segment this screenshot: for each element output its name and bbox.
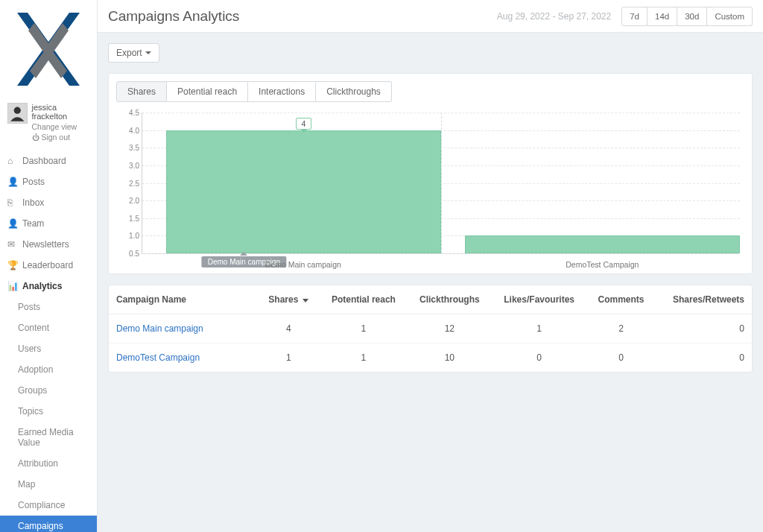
content: Export SharesPotential reachInteractions… xyxy=(98,33,763,383)
tab-shares[interactable]: Shares xyxy=(116,81,167,102)
chart-tabs: SharesPotential reachInteractionsClickth… xyxy=(116,81,744,102)
range-custom[interactable]: Custom xyxy=(707,7,753,26)
table-body: Demo Main campaign4112120DemoTest Campai… xyxy=(109,314,752,373)
y-tick: 4.5 xyxy=(121,109,139,117)
plot: 0.51.01.52.02.53.03.54.04.54Demo Main ca… xyxy=(142,113,740,254)
topbar: Campaigns Analytics Aug 29, 2022 - Sep 2… xyxy=(98,0,763,33)
subnav-item-campaigns[interactable]: Campaigns xyxy=(0,516,97,532)
svg-point-4 xyxy=(14,107,21,114)
cell: 1 xyxy=(258,343,320,373)
page-title: Campaigns Analytics xyxy=(108,8,239,25)
th-shares[interactable]: Shares xyxy=(258,285,320,314)
cell: 1 xyxy=(320,343,408,373)
export-label: Export xyxy=(116,48,142,58)
user-meta: jessica frackelton Change view ⏻ Sign ou… xyxy=(32,103,92,142)
chart-tab-row: SharesPotential reachInteractionsClickth… xyxy=(109,74,752,102)
subnav-item-users[interactable]: Users xyxy=(0,338,97,359)
subnav-item-groups[interactable]: Groups xyxy=(0,380,97,401)
sign-out-text: Sign out xyxy=(41,133,70,142)
grid-line xyxy=(142,113,740,113)
subnav-item-posts[interactable]: Posts xyxy=(0,297,97,317)
grid-line xyxy=(142,253,740,254)
main: Campaigns Analytics Aug 29, 2022 - Sep 2… xyxy=(98,0,763,532)
nav-item-analytics[interactable]: 📊Analytics xyxy=(0,276,97,297)
cell: 0 xyxy=(655,314,752,343)
tab-clickthroughs[interactable]: Clickthroughs xyxy=(316,81,392,102)
chart-category-tag-arrow xyxy=(240,252,247,256)
subnav-item-map[interactable]: Map xyxy=(0,474,97,495)
campaign-link[interactable]: Demo Main campaign xyxy=(116,323,203,334)
nav-label: Posts xyxy=(22,177,45,187)
nav-item-newsletters[interactable]: ✉Newsletters xyxy=(0,234,97,255)
campaign-table: Campaign NameSharesPotential reachClickt… xyxy=(109,285,752,372)
logo xyxy=(0,0,97,98)
user-box: jessica frackelton Change view ⏻ Sign ou… xyxy=(0,98,97,151)
cell: 2 xyxy=(587,314,656,343)
cell[interactable]: Demo Main campaign xyxy=(109,314,258,343)
chart-panel: SharesPotential reachInteractionsClickth… xyxy=(108,73,753,274)
nav-label: Team xyxy=(22,218,44,229)
table-row: DemoTest Campaign1110000 xyxy=(109,343,752,373)
nav-label: Analytics xyxy=(22,281,62,291)
bar-0[interactable] xyxy=(166,130,441,253)
tab-interactions[interactable]: Interactions xyxy=(248,81,316,102)
x-axis-label-1: DemoTest Campaign xyxy=(566,260,639,269)
date-range: Aug 29, 2022 - Sep 27, 2022 xyxy=(497,11,611,22)
home-icon: ⌂ xyxy=(7,156,16,166)
nav-label: Newsletters xyxy=(22,239,69,250)
th-likes-favourites[interactable]: Likes/Favourites xyxy=(492,285,587,314)
sidebar: jessica frackelton Change view ⏻ Sign ou… xyxy=(0,0,98,532)
table-header-row: Campaign NameSharesPotential reachClickt… xyxy=(109,285,752,314)
campaign-link[interactable]: DemoTest Campaign xyxy=(116,352,200,363)
export-button[interactable]: Export xyxy=(108,43,159,63)
th-clickthroughs[interactable]: Clickthroughs xyxy=(408,285,491,314)
nav-label: Dashboard xyxy=(22,156,66,166)
subnav-item-earned-media-value[interactable]: Earned Media Value xyxy=(0,422,97,453)
nav-item-inbox[interactable]: ⎘Inbox xyxy=(0,192,97,213)
th-campaign-name[interactable]: Campaign Name xyxy=(109,285,258,314)
power-icon: ⏻ xyxy=(32,133,39,142)
nav-item-team[interactable]: 👤Team xyxy=(0,213,97,234)
subnav-item-topics[interactable]: Topics xyxy=(0,401,97,422)
cell: 4 xyxy=(258,314,320,343)
range-14d[interactable]: 14d xyxy=(648,7,677,26)
avatar[interactable] xyxy=(7,103,28,124)
change-view-link[interactable]: Change view xyxy=(32,122,92,131)
user-icon: 👤 xyxy=(7,218,16,229)
th-comments[interactable]: Comments xyxy=(587,285,656,314)
bar-1[interactable] xyxy=(465,235,740,253)
range-button-group: 7d14d30dCustom xyxy=(621,7,753,26)
tab-potential-reach[interactable]: Potential reach xyxy=(167,81,248,102)
cell[interactable]: DemoTest Campaign xyxy=(109,343,258,373)
chart-icon: 📊 xyxy=(7,281,16,291)
th-potential-reach[interactable]: Potential reach xyxy=(320,285,408,314)
y-tick: 4.0 xyxy=(121,126,139,134)
y-tick: 1.0 xyxy=(121,232,139,240)
nav-item-posts[interactable]: 👤Posts xyxy=(0,171,97,192)
range-7d[interactable]: 7d xyxy=(621,7,648,26)
subnav-item-compliance[interactable]: Compliance xyxy=(0,495,97,516)
sign-out-link[interactable]: ⏻ Sign out xyxy=(32,133,92,142)
y-tick: 3.0 xyxy=(121,161,139,169)
user-name: jessica frackelton xyxy=(32,103,92,121)
nav: ⌂Dashboard👤Posts⎘Inbox👤Team✉Newsletters🏆… xyxy=(0,151,97,297)
analytics-subnav: PostsContentUsersAdoptionGroupsTopicsEar… xyxy=(0,297,97,532)
topbar-right: Aug 29, 2022 - Sep 27, 2022 7d14d30dCust… xyxy=(497,7,753,26)
range-30d[interactable]: 30d xyxy=(677,7,707,26)
subnav-item-attribution[interactable]: Attribution xyxy=(0,453,97,474)
chart-tooltip-arrow xyxy=(300,129,308,133)
subnav-item-content[interactable]: Content xyxy=(0,317,97,338)
y-tick: 1.5 xyxy=(121,214,139,222)
cell: 0 xyxy=(587,343,656,373)
envelope-icon: ✉ xyxy=(7,239,16,250)
nav-item-leaderboard[interactable]: 🏆Leaderboard xyxy=(0,255,97,276)
table-row: Demo Main campaign4112120 xyxy=(109,314,752,343)
sort-desc-icon xyxy=(303,299,308,303)
nav-label: Inbox xyxy=(22,197,44,208)
cell: 0 xyxy=(492,343,587,373)
x-axis-label-0: Demo Main campaign xyxy=(265,260,341,269)
nav-item-dashboard[interactable]: ⌂Dashboard xyxy=(0,151,97,171)
avatar-icon xyxy=(8,104,27,123)
th-shares-retweets[interactable]: Shares/Retweets xyxy=(655,285,752,314)
subnav-item-adoption[interactable]: Adoption xyxy=(0,359,97,380)
